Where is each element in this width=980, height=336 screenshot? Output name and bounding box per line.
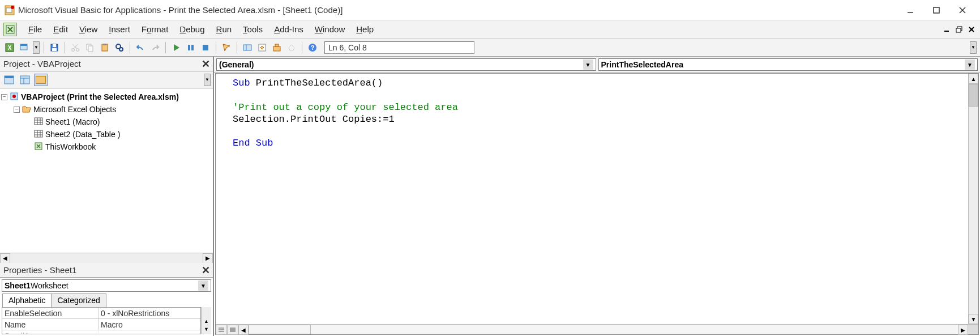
menu-format[interactable]: Format	[136, 22, 174, 36]
copy-icon[interactable]	[84, 41, 96, 54]
code-editor[interactable]: Sub PrintTheSelectedArea() 'Print out a …	[215, 73, 979, 335]
design-mode-icon[interactable]	[220, 41, 233, 54]
project-toolbar-overflow-icon[interactable]: ▼	[204, 74, 211, 86]
menu-tools[interactable]: Tools	[237, 22, 268, 36]
property-row[interactable]: ScrollArea	[2, 330, 200, 334]
object-combo[interactable]: (General) ▼	[216, 58, 596, 71]
svg-point-21	[76, 48, 79, 51]
project-explorer-icon[interactable]	[241, 41, 254, 54]
svg-rect-49	[35, 118, 42, 125]
mdi-close-button[interactable]	[966, 24, 977, 35]
mdi-minimize-button[interactable]	[942, 24, 952, 35]
menu-edit[interactable]: Edit	[48, 22, 74, 36]
property-name: EnableSelection	[2, 308, 99, 318]
help-icon[interactable]: ?	[306, 41, 319, 54]
menu-help[interactable]: Help	[350, 22, 379, 36]
editor-vertical-scrollbar[interactable]: ▲ ▼	[968, 74, 978, 324]
svg-rect-19	[52, 48, 57, 51]
toggle-folders-icon[interactable]	[34, 74, 48, 86]
minimize-button[interactable]	[897, 2, 923, 19]
property-value[interactable]: 0 - xlNoRestrictions	[99, 308, 200, 318]
menu-debug[interactable]: Debug	[174, 22, 210, 36]
menu-window[interactable]: Window	[309, 22, 350, 36]
mdi-restore-button[interactable]	[954, 24, 964, 35]
scroll-thumb[interactable]	[249, 325, 311, 334]
collapse-icon[interactable]: −	[1, 94, 7, 100]
project-tree[interactable]: − VBAProject (Print the Selected Area.xl…	[0, 88, 213, 253]
paste-icon[interactable]	[99, 41, 111, 54]
vbaproject-icon	[10, 92, 19, 103]
project-panel-header: Project - VBAProject ✕	[0, 57, 213, 71]
worksheet-icon	[34, 117, 43, 127]
view-object-icon[interactable]	[18, 74, 32, 86]
menu-view[interactable]: View	[74, 22, 103, 36]
tree-item-sheet2[interactable]: Sheet2 (Data_Table )	[1, 128, 212, 141]
svg-point-48	[12, 95, 16, 98]
close-button[interactable]	[949, 2, 975, 19]
scroll-track[interactable]	[311, 325, 958, 334]
save-icon[interactable]	[48, 41, 61, 54]
scroll-up-icon[interactable]: ▲	[969, 74, 978, 84]
dropdown-arrow-icon[interactable]: ▼	[583, 59, 593, 70]
project-panel-title: Project - VBAProject	[3, 59, 81, 69]
scroll-down-icon[interactable]: ▼	[202, 326, 211, 334]
scroll-up-icon[interactable]: ▲	[202, 318, 211, 326]
scroll-right-icon[interactable]: ▶	[203, 253, 213, 263]
scroll-left-icon[interactable]: ◀	[0, 253, 10, 263]
view-excel-icon[interactable]: X	[3, 41, 16, 54]
toolbar-overflow-icon[interactable]: ▼	[970, 41, 977, 54]
project-horizontal-scrollbar[interactable]: ◀ ▶	[0, 253, 213, 263]
object-browser-icon[interactable]	[271, 41, 283, 54]
toolbox-icon[interactable]	[285, 41, 298, 54]
svg-rect-33	[203, 45, 208, 50]
excel-icon[interactable]	[3, 23, 17, 36]
resize-grip	[968, 325, 978, 334]
tree-root-row[interactable]: − VBAProject (Print the Selected Area.xl…	[1, 91, 212, 103]
menu-run[interactable]: Run	[211, 22, 238, 36]
code-text[interactable]: Sub PrintTheSelectedArea() 'Print out a …	[216, 74, 978, 334]
window-titlebar: Microsoft Visual Basic for Applications …	[0, 0, 980, 20]
cut-icon[interactable]	[69, 41, 82, 54]
view-code-icon[interactable]	[2, 74, 16, 86]
properties-window-icon[interactable]	[256, 41, 268, 54]
dropdown-arrow-icon[interactable]: ▼	[965, 59, 975, 70]
project-panel-close-button[interactable]: ✕	[199, 58, 212, 70]
properties-vertical-scrollbar[interactable]: ▲ ▼	[201, 307, 211, 334]
scroll-thumb[interactable]	[969, 84, 978, 107]
break-icon[interactable]	[185, 41, 197, 54]
tab-categorized[interactable]: Categorized	[51, 294, 106, 307]
menu-file[interactable]: File	[23, 22, 48, 36]
maximize-button[interactable]	[923, 2, 949, 19]
tree-item-thisworkbook[interactable]: ThisWorkbook	[1, 141, 212, 153]
scroll-right-icon[interactable]: ▶	[958, 325, 968, 335]
menu-addins[interactable]: Add-Ins	[268, 22, 309, 36]
insert-userform-icon[interactable]	[18, 41, 31, 54]
svg-text:?: ?	[311, 44, 315, 51]
property-row[interactable]: EnableSelection 0 - xlNoRestrictions	[2, 308, 200, 319]
svg-point-20	[72, 48, 75, 51]
object-selector-dropdown[interactable]: Sheet1 Worksheet ▼	[2, 279, 211, 292]
insert-dropdown-icon[interactable]: ▼	[33, 41, 40, 54]
tree-item-sheet1[interactable]: Sheet1 (Macro)	[1, 116, 212, 128]
procedure-combo[interactable]: PrintTheSelectedArea ▼	[598, 58, 978, 71]
collapse-icon[interactable]: −	[14, 107, 20, 113]
properties-grid[interactable]: EnableSelection 0 - xlNoRestrictions Nam…	[2, 307, 201, 334]
tab-alphabetic[interactable]: Alphabetic	[2, 294, 52, 307]
run-icon[interactable]	[170, 41, 182, 54]
find-icon[interactable]	[113, 41, 126, 54]
property-value[interactable]	[99, 330, 200, 334]
tree-folder-row[interactable]: − Microsoft Excel Objects	[1, 103, 212, 116]
scroll-left-icon[interactable]: ◀	[238, 325, 249, 335]
property-value[interactable]: Macro	[99, 319, 200, 330]
dropdown-arrow-icon[interactable]: ▼	[198, 280, 208, 291]
redo-icon[interactable]	[149, 41, 161, 54]
property-row[interactable]: Name Macro	[2, 319, 200, 330]
undo-icon[interactable]	[134, 41, 147, 54]
scroll-down-icon[interactable]: ▼	[969, 314, 978, 324]
properties-panel-close-button[interactable]: ✕	[199, 264, 212, 277]
reset-icon[interactable]	[199, 41, 212, 54]
property-name: Name	[2, 319, 99, 330]
full-module-view-button[interactable]	[227, 325, 238, 335]
procedure-view-button[interactable]	[216, 325, 227, 335]
menu-insert[interactable]: Insert	[103, 22, 136, 36]
